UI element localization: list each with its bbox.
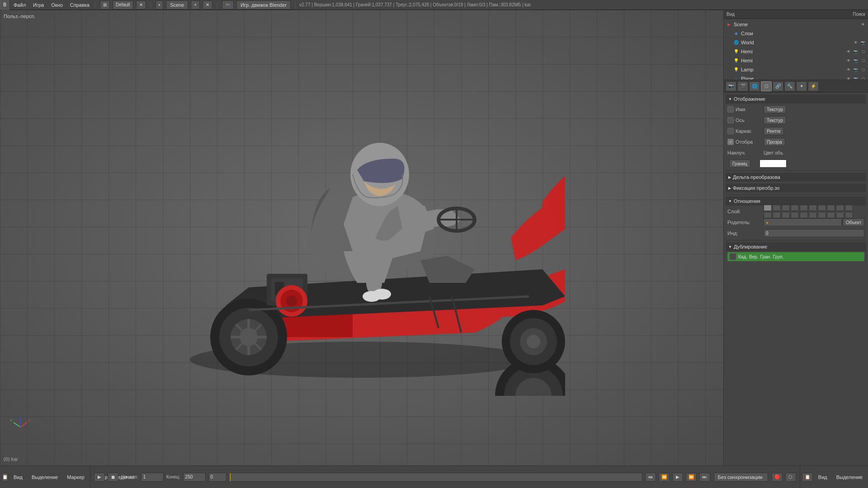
layer-cell-9[interactable] [836,205,844,211]
layer-cell-18[interactable] [827,212,835,218]
menu-file[interactable]: Файл [10,0,29,9]
layer-cell-10[interactable] [845,205,853,211]
extra-btn2[interactable]: ⬡ [785,473,796,482]
dup-ver[interactable]: Вер. [749,254,759,259]
prop-modifier-btn[interactable]: 🔧 [784,81,795,91]
transparent-btn[interactable]: Прозра [764,138,785,146]
layer-cell-19[interactable] [836,212,844,218]
dup-gran[interactable]: Гран. [760,254,771,259]
prop-constraint-btn[interactable]: 🔗 [773,81,783,91]
bottom-select[interactable]: Выделение [28,466,61,488]
play-btn[interactable]: ▶ [672,473,683,482]
outliner-search-label[interactable]: Поиск [853,12,865,17]
layout-dropdown[interactable]: Default [113,0,133,9]
layer-cell-20[interactable] [845,212,853,218]
eye-icon2[interactable]: 👁 [853,39,859,46]
anim-toggle-btn[interactable]: ▶ [94,473,105,482]
layer-cell-4[interactable] [791,205,799,211]
outliner-item[interactable]: ▫ Plane 👁 📷 ⬡ [731,74,868,80]
current-frame-input[interactable]: 0 [208,473,226,482]
sync-dropdown[interactable]: Без синхронизации [714,473,768,482]
prop-world-btn[interactable]: 🌐 [749,81,760,91]
step-back-btn[interactable]: ⏪ [659,473,670,482]
eye-icon3[interactable]: 👁 [845,48,852,55]
name-checkbox[interactable] [727,106,734,113]
prop-render-btn[interactable]: 📷 [726,81,736,91]
axis-checkbox[interactable] [727,117,734,123]
outliner-view-label[interactable]: Вид [726,12,735,17]
layer-cell-14[interactable] [791,212,799,218]
viewport-3d[interactable]: Польз.-персп. X Y Z (0) kar [0,10,723,465]
timeline-scrubber[interactable] [229,473,642,482]
eye-icon6[interactable]: 👁 [845,75,852,80]
layer-cell-12[interactable] [773,212,781,218]
menu-game[interactable]: Игра [29,0,47,9]
prop-scene-btn[interactable]: 🎬 [737,81,748,91]
layer-cell-11[interactable] [764,212,772,218]
camera-icon2[interactable]: 📷 [853,48,859,55]
camera-icon3[interactable]: 📷 [853,57,859,64]
render-icon2[interactable]: ⬡ [860,57,866,64]
layer-cell-1[interactable] [764,205,772,211]
scene-close[interactable]: ✕ [203,0,212,9]
layer-cell-17[interactable] [818,212,826,218]
camera-icon[interactable]: 📷 [860,39,866,46]
color-swatch[interactable] [760,160,787,168]
eye-icon5[interactable]: 👁 [845,66,852,73]
layer-cell-2[interactable] [773,205,781,211]
camera-icon5[interactable]: 📷 [853,75,859,80]
scene-add[interactable]: + [191,0,200,9]
display-checkbox[interactable]: ✓ [727,139,734,145]
anim-toggle-btn2[interactable]: ◼ [108,473,118,482]
render-icon[interactable]: ⬡ [860,48,866,55]
layer-cell-6[interactable] [809,205,817,211]
outliner-item[interactable]: 💡 Hemi 👁 📷 ⬡ [731,47,868,56]
editor-type-btn[interactable]: ⊞ [100,0,110,9]
layer-cell-15[interactable] [800,212,808,218]
render-icon4[interactable]: ⬡ [860,75,866,80]
step-fwd-btn[interactable]: ⏩ [686,473,697,482]
outliner-item[interactable]: 💡 Lamp 👁 📷 ⬡ [731,65,868,74]
end-frame-input[interactable]: 250 [183,473,206,482]
bottom-right-select[interactable]: Выделение [833,466,866,488]
wireframe-checkbox[interactable] [727,128,734,134]
wireframe-xray-btn[interactable]: Рентге [764,127,784,135]
layer-cell-16[interactable] [809,212,817,218]
prop-object-btn[interactable]: ⬡ [761,81,772,91]
outliner-item[interactable]: ◆ Слои [731,29,868,38]
bottom-right-type[interactable]: 📋 [802,473,813,482]
dup-grup[interactable]: Груп. [773,254,784,259]
extra-btn1[interactable]: 🔴 [772,473,783,482]
duplication-section-header[interactable]: ▼ Дублирование [726,242,866,251]
pass-index-value[interactable]: 0 [764,229,864,237]
layer-cell-8[interactable] [827,205,835,211]
menu-help[interactable]: Справка [66,0,93,9]
eye-icon4[interactable]: 👁 [845,57,852,64]
bottom-right-view[interactable]: Вид [815,466,831,488]
jump-end-btn[interactable]: ⏭ [699,473,710,482]
layer-cell-7[interactable] [818,205,826,211]
layer-cell-3[interactable] [782,205,790,211]
layout-close[interactable]: ✕ [136,0,146,9]
prop-physics-btn[interactable]: ⚡ [808,81,819,91]
camera-icon4[interactable]: 📷 [853,66,859,73]
parent-type-btn[interactable]: Объект [843,218,864,226]
engine-dropdown[interactable]: Игр. движок Blender [236,0,291,9]
dup-kad[interactable]: Кад. [738,254,747,259]
view-type-btn[interactable]: 📋 [2,473,8,482]
fix-section-header[interactable]: ▶ Фиксация преобр.зо [726,183,866,192]
render-icon3[interactable]: ⬡ [860,66,866,73]
outliner-item[interactable]: ▶ Scene 👁 [724,20,868,29]
texture-btn[interactable]: Текстур [764,105,786,113]
scene-editor-type[interactable]: ▪ [156,0,164,9]
outliner-item[interactable]: 💡 Hemi 👁 📷 ⬡ [731,56,868,65]
jump-start-btn[interactable]: ⏮ [645,473,656,482]
start-frame-input[interactable]: 1 [141,473,164,482]
delta-section-header[interactable]: ▶ Дельта-преобразова [726,173,866,182]
layer-cell-5[interactable] [800,205,808,211]
eye-icon[interactable]: 👁 [860,21,866,28]
outliner-item[interactable]: 🌐 World 👁 📷 [731,38,868,47]
display-section-header[interactable]: ▼ Отображение [726,94,866,103]
layer-cell-13[interactable] [782,212,790,218]
bottom-view[interactable]: Вид [10,466,26,488]
